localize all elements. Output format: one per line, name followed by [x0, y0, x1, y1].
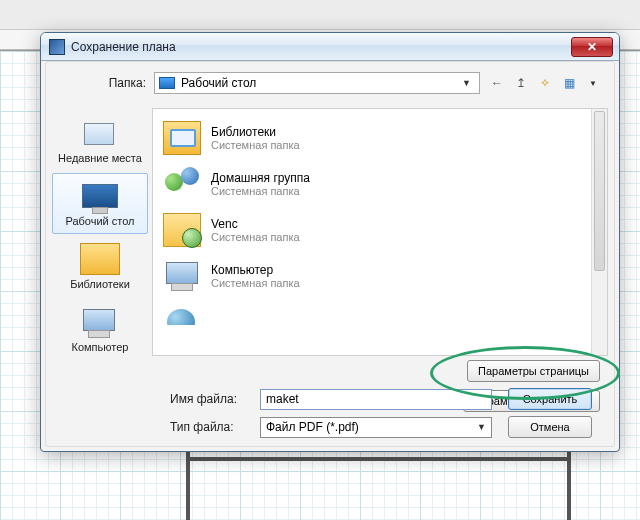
computer-icon — [80, 306, 120, 338]
item-sub: Системная папка — [211, 185, 310, 197]
bottom-area: Параметры страницы Параметры документа И… — [50, 358, 610, 442]
filetype-label: Тип файла: — [170, 420, 250, 434]
item-sub: Системная папка — [211, 231, 300, 243]
list-item[interactable]: Домашняя группа Системная папка — [157, 161, 603, 207]
dialog-title: Сохранение плана — [71, 40, 565, 54]
network-icon — [163, 305, 201, 325]
place-label: Компьютер — [72, 341, 129, 353]
place-computer[interactable]: Компьютер — [52, 299, 148, 358]
item-name: Venc — [211, 217, 300, 231]
list-item[interactable]: Библиотеки Системная папка — [157, 115, 603, 161]
filename-label: Имя файла: — [170, 392, 250, 406]
new-folder-icon[interactable]: ✧ — [536, 74, 554, 92]
chevron-down-icon: ▼ — [477, 422, 486, 432]
list-item[interactable] — [157, 299, 603, 331]
nav-icons: ← ↥ ✧ ▦ ▼ — [488, 74, 602, 92]
place-label: Рабочий стол — [65, 215, 134, 227]
filename-row: Имя файла: Сохранить — [170, 388, 592, 410]
place-label: Недавние места — [58, 152, 142, 164]
item-name: Библиотеки — [211, 125, 300, 139]
app-toolbar — [0, 0, 640, 30]
place-recent[interactable]: Недавние места — [52, 110, 148, 171]
item-name: Домашняя группа — [211, 171, 310, 185]
computer-icon — [163, 259, 201, 293]
item-sub: Системная папка — [211, 139, 300, 151]
nav-back-icon[interactable]: ← — [488, 74, 506, 92]
close-button[interactable]: ✕ — [571, 37, 613, 57]
libraries-icon — [163, 121, 201, 155]
nav-up-icon[interactable]: ↥ — [512, 74, 530, 92]
folder-select[interactable]: Рабочий стол ▼ — [154, 72, 480, 94]
list-item[interactable]: Компьютер Системная папка — [157, 253, 603, 299]
folder-label: Папка: — [58, 76, 146, 90]
filename-input[interactable] — [260, 389, 492, 410]
filetype-select[interactable]: Файл PDF (*.pdf) ▼ — [260, 417, 492, 438]
places-bar: Недавние места Рабочий стол Библиотеки К… — [50, 106, 150, 358]
filetype-value: Файл PDF (*.pdf) — [266, 420, 359, 434]
folder-row: Папка: Рабочий стол ▼ ← ↥ ✧ ▦ ▼ — [46, 62, 614, 102]
libraries-icon — [80, 243, 120, 275]
scrollbar-thumb[interactable] — [594, 111, 605, 271]
homegroup-icon — [163, 167, 201, 201]
list-item[interactable]: Venc Системная папка — [157, 207, 603, 253]
desktop-icon — [159, 77, 175, 89]
app-icon — [49, 39, 65, 55]
user-folder-icon — [163, 213, 201, 247]
save-dialog: Сохранение плана ✕ Папка: Рабочий стол ▼… — [40, 32, 620, 452]
chevron-down-icon: ▼ — [462, 78, 475, 88]
place-label: Библиотеки — [70, 278, 130, 290]
titlebar[interactable]: Сохранение плана ✕ — [41, 33, 619, 61]
file-listing[interactable]: Библиотеки Системная папка Домашняя груп… — [152, 108, 608, 356]
plan-wall — [186, 457, 571, 461]
chevron-down-icon[interactable]: ▼ — [584, 74, 602, 92]
item-sub: Системная папка — [211, 277, 300, 289]
view-menu-icon[interactable]: ▦ — [560, 74, 578, 92]
dialog-body: Папка: Рабочий стол ▼ ← ↥ ✧ ▦ ▼ Недавние… — [45, 61, 615, 447]
page-params-button[interactable]: Параметры страницы — [467, 360, 600, 382]
item-name: Компьютер — [211, 263, 300, 277]
desktop-icon — [80, 180, 120, 212]
place-libraries[interactable]: Библиотеки — [52, 236, 148, 297]
cancel-button[interactable]: Отмена — [508, 416, 592, 438]
save-button[interactable]: Сохранить — [508, 388, 592, 410]
main-area: Недавние места Рабочий стол Библиотеки К… — [50, 106, 610, 358]
place-desktop[interactable]: Рабочий стол — [52, 173, 148, 234]
filetype-row: Тип файла: Файл PDF (*.pdf) ▼ Отмена — [170, 416, 592, 438]
close-icon: ✕ — [587, 40, 597, 54]
recent-icon — [80, 117, 120, 149]
folder-value: Рабочий стол — [181, 76, 256, 90]
scrollbar[interactable] — [591, 109, 607, 355]
